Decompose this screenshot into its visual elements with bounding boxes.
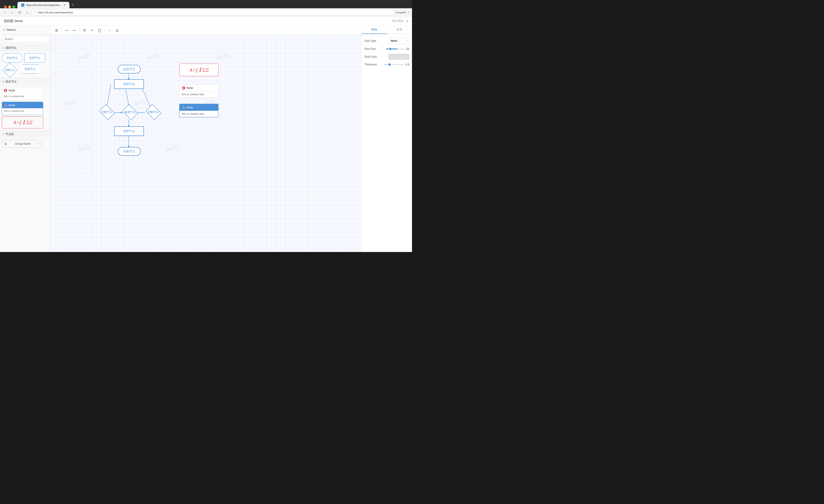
right-panel: 网格 背景 Grid Type Mesh ▾ Grid Size	[362, 26, 412, 252]
basic-nodes-section: ⊖ 基础节点 起始节点 流程节点 判断节点 链接节点	[0, 44, 50, 78]
canvas-card-selected-header: Node	[180, 104, 218, 111]
browser-chrome: https://x6.antv.vision/apps/dra... ✕ + ‹…	[0, 0, 412, 16]
group-nodes-content: ▦ Group Name +	[0, 138, 50, 150]
refresh-button[interactable]: ↻	[17, 9, 23, 16]
canvas-judge-diamond-1: 判断节点	[95, 106, 118, 119]
canvas-judge-node-2[interactable]: 判断节点	[142, 106, 165, 119]
toolbar-undo-btn[interactable]: ↩	[64, 27, 70, 33]
new-tab-button[interactable]: +	[70, 2, 76, 8]
grid-size-control: 10	[386, 47, 409, 50]
toolbar-redo-btn[interactable]: ↪	[71, 27, 78, 33]
grid-type-label: Grid Type	[365, 39, 376, 42]
canvas-flow-rect-1: 流程节点	[114, 79, 144, 89]
toolbar-copy-btn[interactable]: ⧉	[81, 27, 88, 33]
stencil-collapse-icon[interactable]: ⊖	[3, 28, 5, 31]
navigation-bar: ‹ › ↻ ⌂ 🛡 https://x6.antv.vision/apps/dr…	[0, 8, 412, 16]
stencil-group-node-1[interactable]: ▦ Group Name +	[2, 140, 43, 148]
back-button[interactable]: ‹	[2, 9, 8, 16]
app-body: ⊖ Stencil ⊖ 基础节点 起始节点 流程节点 判断节点 链接节点	[0, 26, 412, 252]
group-nodes-section-header[interactable]: ⊖ 节点组	[0, 130, 50, 138]
header-right: 设计指南 ⊗	[392, 19, 408, 23]
canvas-judge-node-1[interactable]: 判断节点	[95, 106, 118, 119]
toolbar-grid-btn[interactable]: ⊞	[54, 27, 60, 33]
canvas-font-box[interactable]: ∧∩∫ ∥ ΣΞ	[179, 64, 218, 76]
tab-close-btn[interactable]: ✕	[64, 3, 66, 7]
stencil-flow-node[interactable]: 流程节点	[24, 53, 45, 62]
app-header: 流程图 Demo 设计指南 ⊗	[0, 16, 412, 26]
canvas-flow-node-2[interactable]: 流程节点	[114, 126, 144, 136]
tab-grid[interactable]: 网格	[362, 26, 387, 34]
grid-color-picker[interactable]	[389, 54, 409, 60]
window-min-btn[interactable]	[8, 5, 11, 8]
app-title: 流程图 Demo	[4, 19, 23, 23]
grid-color-row: Grid Color	[365, 54, 409, 60]
design-guide-link[interactable]: 设计指南	[392, 19, 403, 23]
toolbar-divider-1	[62, 28, 62, 33]
card-logo-1	[4, 89, 7, 92]
forward-button[interactable]: ›	[9, 9, 16, 16]
group-node-title: Group Name	[15, 142, 31, 145]
canvas-card-plain-body: this is content text	[180, 92, 218, 97]
grid-type-select[interactable]: Mesh ▾	[389, 38, 409, 44]
grid-type-value: Mesh	[391, 39, 397, 42]
window-close-btn[interactable]	[4, 5, 7, 8]
stencil-card-node-2[interactable]: Node this is content text	[2, 102, 43, 115]
grid-size-slider[interactable]	[386, 48, 404, 49]
search-input[interactable]	[2, 36, 48, 42]
search-box	[2, 36, 48, 42]
combined-nodes-label: 组合节点	[5, 80, 17, 84]
canvas-link-node[interactable]: 链接节点	[119, 106, 142, 119]
canvas-end-node[interactable]: 结束节点	[118, 147, 141, 156]
canvas-font-text: ∧∩∫ ∥ ΣΞ	[189, 67, 209, 73]
grid-thickness-control: 1.0	[385, 63, 409, 66]
stencil-card-node-1[interactable]: Node this is content text	[2, 87, 43, 100]
address-bar[interactable]: 🛡 https://x6.antv.vision/apps/draw	[31, 10, 395, 15]
toolbar-divider-3	[104, 28, 105, 33]
grid-type-row: Grid Type Mesh ▾	[365, 38, 409, 44]
canvas-start-node[interactable]: 起始节点	[118, 65, 141, 74]
font-text: ∧∩∫ ∥ ΣΞ	[13, 119, 32, 125]
toolbar-arrange-btn[interactable]: ↕	[106, 27, 113, 33]
active-tab[interactable]: https://x6.antv.vision/apps/dra... ✕	[17, 2, 70, 8]
toolbar-divider-2	[79, 28, 80, 33]
right-panel-tabs: 网格 背景	[362, 26, 412, 34]
canvas-card-plain-logo	[182, 86, 185, 90]
card-logo-2	[4, 104, 7, 107]
toolbar-paste-btn[interactable]: 📋	[96, 27, 103, 33]
canvas-flow-rect-2: 流程节点	[114, 126, 144, 136]
grid-thickness-label: Thickness	[365, 63, 377, 66]
window-max-btn[interactable]	[12, 5, 15, 8]
basic-nodes-grid: 起始节点 流程节点 判断节点 链接节点	[2, 53, 48, 76]
tab-bar: https://x6.antv.vision/apps/dra... ✕ +	[0, 0, 412, 8]
stencil-font-node[interactable]: ∧∩∫ ∥ ΣΞ	[2, 116, 43, 128]
grid-size-row: Grid Size 10	[365, 47, 409, 50]
card-body-2: this is content text	[2, 108, 43, 115]
chevron-down-icon: ▾	[406, 40, 407, 42]
menu-dots[interactable]: ⋮	[407, 11, 410, 14]
github-icon[interactable]: ⊗	[406, 19, 408, 23]
home-button[interactable]: ⌂	[24, 9, 30, 16]
basic-nodes-content: 起始节点 流程节点 判断节点 链接节点	[0, 51, 50, 78]
group-node-add-icon[interactable]: +	[39, 142, 41, 146]
url-text: https://x6.antv.vision/apps/draw	[38, 11, 73, 14]
canvas-area[interactable]: AntV AntV AntV AntV AntV AntV AntV AntV	[50, 35, 362, 252]
toolbar-cut-btn[interactable]: ✂	[89, 27, 95, 33]
combined-section-collapse-icon: ⊖	[2, 81, 4, 83]
tab-background[interactable]: 背景	[387, 26, 412, 34]
toolbar-export-btn[interactable]: 🖨	[114, 27, 120, 33]
combined-nodes-section-header[interactable]: ⊖ 组合节点	[0, 78, 50, 85]
stencil-link-node[interactable]: 链接节点	[20, 64, 40, 74]
app: 流程图 Demo 设计指南 ⊗ ⊖ Stencil ⊖ 基础节点	[0, 16, 412, 252]
stencil-start-node[interactable]: 起始节点	[2, 53, 22, 62]
stencil-judge-node[interactable]: 判断节点	[2, 64, 18, 76]
canvas-flow-node-1[interactable]: 流程节点	[114, 79, 144, 89]
grid-thickness-slider[interactable]	[385, 64, 404, 65]
incognito-label: Incognito	[396, 11, 406, 14]
combined-nodes-content: Node this is content text Node	[0, 85, 50, 130]
grid-size-label: Grid Size	[365, 47, 376, 50]
basic-nodes-section-header[interactable]: ⊖ 基础节点	[0, 44, 50, 51]
svg-marker-0	[5, 90, 6, 92]
canvas-card-plain[interactable]: Node this is content text	[179, 84, 218, 98]
canvas-card-selected[interactable]: Node this is content text	[179, 104, 218, 117]
svg-marker-1	[4, 104, 7, 106]
